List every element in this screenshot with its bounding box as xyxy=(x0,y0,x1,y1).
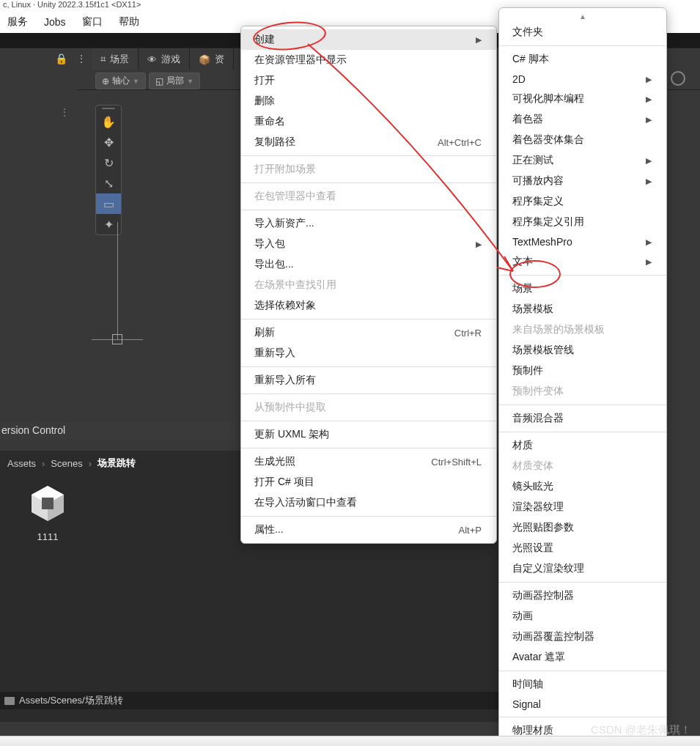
menu-item-label: 材质 xyxy=(512,439,533,452)
menu-item[interactable]: 时间轴 xyxy=(499,674,666,695)
menu-item[interactable]: 属性...Alt+P xyxy=(241,520,496,540)
menu-item[interactable]: 重命名 xyxy=(241,111,496,132)
menu-item[interactable]: 创建▶ xyxy=(241,29,496,50)
menu-item[interactable]: C# 脚本 xyxy=(499,49,666,70)
menu-item[interactable]: 场景 xyxy=(499,278,666,299)
menu-item[interactable]: 生成光照Ctrl+Shift+L xyxy=(241,451,496,472)
hierarchy-margin: ⋮ xyxy=(0,70,77,421)
menu-separator xyxy=(499,275,666,276)
menu-item[interactable]: 打开 xyxy=(241,70,496,91)
asset-label: 1111 xyxy=(18,531,77,542)
asset-item[interactable]: 1111 xyxy=(18,480,77,542)
menu-item[interactable]: 文本▶ xyxy=(499,251,666,272)
version-control-tab[interactable]: ersion Control xyxy=(0,421,242,439)
menu-item-label: 预制件 xyxy=(512,364,543,377)
package-icon: 📦 xyxy=(199,54,210,65)
menu-window[interactable]: 窗口 xyxy=(82,15,103,29)
menu-item[interactable]: 2D▶ xyxy=(499,70,666,89)
hand-tool[interactable]: ✋ xyxy=(96,111,121,132)
menu-item[interactable]: 导出包... xyxy=(241,254,496,275)
menu-item[interactable]: 复制路径Alt+Ctrl+C xyxy=(241,132,496,152)
menu-item[interactable]: 场景模板管线 xyxy=(499,340,666,361)
menu-item[interactable]: Avatar 遮罩 xyxy=(499,647,666,668)
scale-tool[interactable]: ⤡ xyxy=(96,173,121,193)
palette-drag-handle[interactable] xyxy=(96,106,121,111)
move-tool[interactable]: ✥ xyxy=(96,132,121,152)
menu-item[interactable]: 重新导入 xyxy=(241,343,496,363)
menu-item[interactable]: 打开 C# 项目 xyxy=(241,472,496,492)
status-path: Assets/Scenes/场景跳转 xyxy=(19,694,123,707)
menu-item-label: 删除 xyxy=(254,95,275,108)
submenu-arrow-icon: ▶ xyxy=(646,177,652,186)
menu-item[interactable]: TextMeshPro▶ xyxy=(499,232,666,251)
view-tabs: ⌗ 场景 👁 游戏 📦 资 xyxy=(92,48,234,70)
menu-item[interactable]: 场景模板 xyxy=(499,299,666,320)
menu-item[interactable]: 程序集定义引用 xyxy=(499,212,666,232)
menu-item-label: 正在测试 xyxy=(512,154,553,167)
menu-separator xyxy=(241,516,496,517)
menu-services[interactable]: 服务 xyxy=(7,15,28,29)
menu-item[interactable]: 选择依赖对象 xyxy=(241,295,496,316)
menu-item[interactable]: 着色器变体集合 xyxy=(499,130,666,150)
menu-item[interactable]: 光照贴图参数 xyxy=(499,517,666,538)
breadcrumb-assets[interactable]: Assets xyxy=(7,458,36,469)
menu-item-label: 着色器变体集合 xyxy=(512,133,584,147)
menu-help[interactable]: 帮助 xyxy=(119,15,139,29)
menu-item[interactable]: 导入包▶ xyxy=(241,234,496,254)
menu-item[interactable]: 着色器▶ xyxy=(499,109,666,130)
breadcrumb-current[interactable]: 场景跳转 xyxy=(97,457,136,470)
panel-menu-icon[interactable]: ⋮ xyxy=(59,106,70,118)
tab-asset[interactable]: 📦 资 xyxy=(190,48,234,70)
menu-item[interactable]: 渲染器纹理 xyxy=(499,497,666,517)
tab-game[interactable]: 👁 游戏 xyxy=(139,48,190,70)
submenu-arrow-icon: ▶ xyxy=(476,35,482,45)
menu-item-label: 程序集定义引用 xyxy=(512,215,584,229)
menu-item[interactable]: 在资源管理器中显示 xyxy=(241,50,496,70)
taskbar xyxy=(0,736,700,746)
lock-icon[interactable]: 🔒 xyxy=(55,53,67,64)
menu-item-label: 渲染器纹理 xyxy=(512,501,564,514)
menu-item[interactable]: Signal xyxy=(499,695,666,714)
menu-separator xyxy=(241,394,496,394)
menu-item: 打开附加场景 xyxy=(241,159,496,180)
menu-item[interactable]: 更新 UXML 架构 xyxy=(241,424,496,445)
pivot-local-button[interactable]: ◱ 局部 ▼ xyxy=(149,73,200,89)
scroll-up-arrow[interactable]: ▲ xyxy=(499,11,666,22)
gizmo-handle[interactable] xyxy=(112,334,122,344)
menu-item-label: 在包管理器中查看 xyxy=(254,190,336,203)
more-icon[interactable]: ⋮ xyxy=(76,53,86,64)
scene-view[interactable]: ✋ ✥ ↻ ⤡ ▭ ✦ xyxy=(84,90,246,420)
menu-item-label: Signal xyxy=(512,698,541,710)
menu-item: 预制件变体 xyxy=(499,381,666,402)
menu-item[interactable]: 镜头眩光 xyxy=(499,476,666,497)
breadcrumb-scenes[interactable]: Scenes xyxy=(51,458,82,469)
shading-mode-icon[interactable] xyxy=(671,71,685,86)
menu-item[interactable]: 光照设置 xyxy=(499,538,666,558)
menu-item[interactable]: 刷新Ctrl+R xyxy=(241,322,496,343)
menu-item[interactable]: 自定义渲染纹理 xyxy=(499,558,666,579)
menu-separator xyxy=(241,182,496,183)
menu-jobs[interactable]: Jobs xyxy=(44,16,66,28)
rotate-tool[interactable]: ↻ xyxy=(96,152,121,173)
pivot-center-button[interactable]: ⊕ 轴心 ▼ xyxy=(95,73,146,89)
menu-item-label: 2D xyxy=(512,73,526,85)
menu-item[interactable]: 重新导入所有 xyxy=(241,370,496,391)
menu-item[interactable]: 音频混合器 xyxy=(499,408,666,429)
menu-item[interactable]: 可播放内容▶ xyxy=(499,171,666,191)
menu-item[interactable]: 删除 xyxy=(241,91,496,111)
menu-item-label: 从预制件中提取 xyxy=(254,401,326,414)
menu-item[interactable]: 动画器控制器 xyxy=(499,586,666,606)
menu-item[interactable]: 正在测试▶ xyxy=(499,150,666,171)
menu-item[interactable]: 程序集定义 xyxy=(499,191,666,212)
tab-scene-label: 场景 xyxy=(110,53,129,66)
menu-item[interactable]: 文件夹 xyxy=(499,22,666,43)
menu-item[interactable]: 动画 xyxy=(499,606,666,627)
tab-scene[interactable]: ⌗ 场景 xyxy=(92,48,139,70)
menu-item[interactable]: 预制件 xyxy=(499,361,666,381)
menu-item[interactable]: 动画器覆盖控制器 xyxy=(499,627,666,647)
menu-item[interactable]: 导入新资产... xyxy=(241,213,496,234)
menu-item[interactable]: 在导入活动窗口中查看 xyxy=(241,492,496,513)
rect-tool[interactable]: ▭ xyxy=(96,193,121,214)
menu-item[interactable]: 材质 xyxy=(499,435,666,456)
menu-item[interactable]: 可视化脚本编程▶ xyxy=(499,89,666,109)
